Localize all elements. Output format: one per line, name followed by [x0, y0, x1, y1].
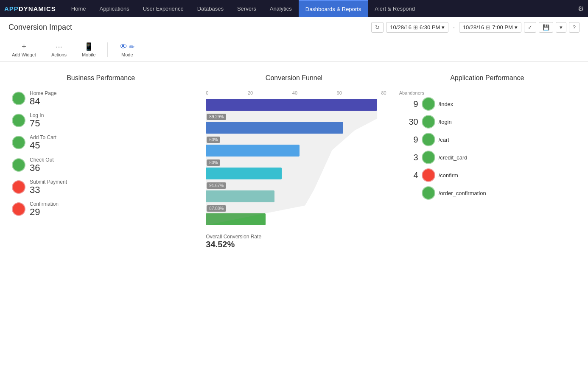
ap-title: Application Performance: [395, 74, 580, 82]
ap-path-index: /index: [439, 101, 454, 107]
start-time: 6:30 PM: [420, 24, 440, 31]
funnel-pct-row-cart: 60%: [206, 136, 386, 144]
ap-list: Abandoners 9 /index 30 /login: [395, 90, 580, 205]
funnel-row-cart: [206, 145, 386, 157]
ap-row-order-confirm: /order_confirmation: [395, 187, 580, 199]
add-widget-button[interactable]: + Add Widget: [8, 41, 39, 59]
ap-abandoners-confirm: 4: [399, 171, 423, 180]
application-performance-panel: Application Performance Abandoners 9 /in…: [395, 74, 580, 249]
funnel-row-homepage: [206, 99, 386, 111]
start-datetime[interactable]: 10/28/16 ⊞ 6:30 PM ▾: [386, 22, 448, 33]
funnel-bar-login: [206, 122, 343, 134]
bp-info-submitpayment: Submit Payment 33: [30, 179, 67, 195]
bp-item-login: Log In 75: [13, 112, 189, 129]
ap-dot-credit: [423, 151, 434, 163]
conversion-funnel-panel: Conversion Funnel 0 20 40 60 80: [202, 74, 386, 249]
overall-rate-value: 34.52%: [206, 240, 386, 249]
bp-value-checkout: 36: [30, 163, 54, 173]
expand-button[interactable]: ▾: [556, 22, 566, 33]
funnel-pct-label-cart: 60%: [207, 137, 220, 143]
mobile-label: Mobile: [82, 52, 95, 57]
ap-row-login: 30 /login: [395, 116, 580, 128]
header-bar: Conversion Impact ↻ 10/28/16 ⊞ 6:30 PM ▾…: [0, 17, 588, 38]
bp-item-confirmation: Confirmation 29: [13, 201, 189, 217]
ap-row-index: 9 /index: [395, 98, 580, 110]
page-title: Conversion Impact: [8, 23, 371, 32]
nav-alert-respond[interactable]: Alert & Respond: [368, 0, 422, 17]
settings-icon[interactable]: ⚙: [578, 5, 584, 13]
funnel-row-confirm: [206, 213, 386, 225]
funnel-pct-label-payment: 91.67%: [207, 182, 226, 189]
bp-value-confirmation: 29: [30, 207, 59, 217]
funnel-row-checkout: [206, 168, 386, 179]
bp-label-addtocart: Add To Cart: [30, 134, 56, 140]
funnel-bar-cart: [206, 145, 300, 157]
actions-button[interactable]: ··· Actions: [48, 41, 70, 59]
actions-label: Actions: [51, 52, 67, 57]
funnel-bar-checkout: [206, 168, 282, 179]
top-navigation: APPDYNAMICS Home Applications User Exper…: [0, 0, 588, 17]
business-performance-title: Business Performance: [8, 74, 193, 82]
funnel-bars-container: 89.29% 60% 80%: [206, 99, 386, 225]
funnel-pct-row-checkout: 80%: [206, 159, 386, 167]
ap-path-login: /login: [439, 119, 452, 125]
bp-item-addtocart: Add To Cart 45: [13, 134, 189, 151]
business-performance-panel: Business Performance Home Page 84 Log In…: [8, 74, 193, 249]
bp-status-confirmation: [13, 203, 25, 215]
save-button[interactable]: 💾: [539, 22, 553, 33]
nav-user-experience[interactable]: User Experience: [136, 0, 190, 17]
ap-path-order: /order_confirmation: [439, 190, 486, 196]
bp-info-homepage: Home Page 84: [30, 90, 56, 106]
funnel-pct-label-login: 89.29%: [207, 114, 226, 120]
funnel-row-login: [206, 122, 386, 134]
nav-home[interactable]: Home: [64, 0, 93, 17]
end-date: 10/28/16: [463, 24, 484, 31]
bp-info-login: Log In 75: [30, 112, 44, 129]
ap-dot-cart: [423, 134, 434, 145]
nav-applications[interactable]: Applications: [93, 0, 136, 17]
bp-info-addtocart: Add To Cart 45: [30, 134, 56, 151]
bp-list: Home Page 84 Log In 75 Add To Cart 45: [8, 90, 193, 217]
funnel-pct-label-confirm: 87.88%: [207, 205, 226, 212]
bp-status-addtocart: [13, 137, 25, 148]
nav-analytics[interactable]: Analytics: [263, 0, 299, 17]
bp-label-confirmation: Confirmation: [30, 201, 59, 207]
bp-value-submitpayment: 33: [30, 185, 67, 195]
bp-status-homepage: [13, 92, 25, 104]
overall-rate: Overall Conversion Rate 34.52%: [206, 234, 386, 249]
logo-app: APP: [4, 5, 19, 12]
apply-button[interactable]: ✓: [524, 22, 536, 33]
funnel-pct-label-checkout: 80%: [207, 159, 220, 166]
ap-abandoners-cart: 9: [399, 135, 423, 145]
help-button[interactable]: ?: [569, 22, 580, 33]
add-widget-label: Add Widget: [12, 52, 36, 57]
funnel-pct-row-payment: 91.67%: [206, 182, 386, 190]
funnel-row-payment: [206, 190, 386, 202]
ap-row-confirm: 4 /confirm: [395, 169, 580, 181]
ap-abandoners-login: 30: [399, 117, 423, 127]
ap-dot-confirm: [423, 169, 434, 181]
axis-20: 20: [248, 90, 253, 95]
end-datetime[interactable]: 10/28/16 ⊞ 7:00 PM ▾: [459, 22, 521, 33]
main-nav: Home Applications User Experience Databa…: [64, 0, 578, 17]
mode-button[interactable]: 👁 ✏ Mode: [116, 41, 138, 59]
overall-rate-label: Overall Conversion Rate: [206, 234, 386, 240]
header-controls: ↻ 10/28/16 ⊞ 6:30 PM ▾ - 10/28/16 ⊞ 7:00…: [371, 22, 580, 33]
bp-status-login: [13, 115, 25, 126]
mobile-icon: 📱: [84, 42, 93, 51]
axis-80: 80: [381, 90, 386, 95]
mobile-button[interactable]: 📱 Mobile: [78, 40, 99, 59]
axis-60: 60: [337, 90, 342, 95]
funnel-bar-confirm: [206, 213, 265, 225]
funnel-axis: 0 20 40 60 80: [206, 90, 386, 95]
end-time: 7:00 PM: [492, 24, 512, 31]
mode-label: Mode: [121, 52, 133, 57]
nav-databases[interactable]: Databases: [190, 0, 230, 17]
refresh-button[interactable]: ↻: [371, 22, 384, 33]
ap-path-credit: /credit_card: [439, 154, 468, 161]
ap-row-cart: 9 /cart: [395, 134, 580, 145]
nav-servers[interactable]: Servers: [230, 0, 263, 17]
bp-status-checkout: [13, 159, 25, 171]
bp-label-homepage: Home Page: [30, 90, 56, 96]
nav-dashboards-reports[interactable]: Dashboards & Reports: [299, 0, 368, 17]
